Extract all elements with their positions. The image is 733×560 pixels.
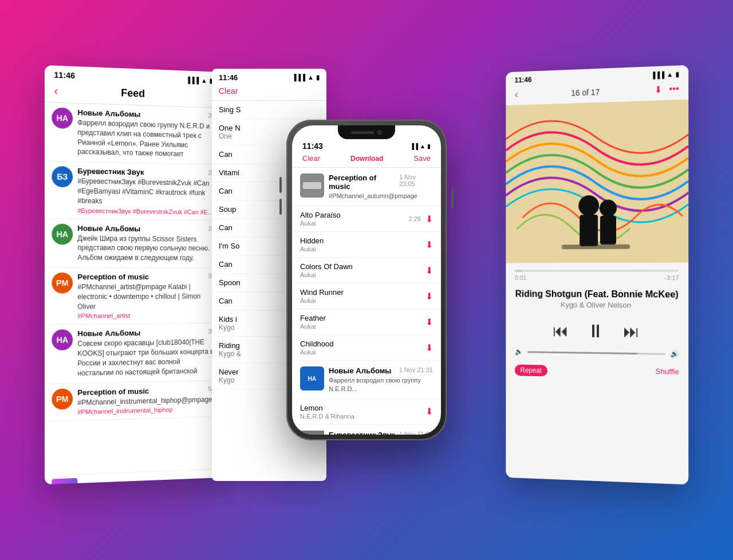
msg-date: 1 Nov 23:05 <box>399 173 433 191</box>
channel-message[interactable]: НА Новые Альбомы 1 Nov 21:31 Фаррелл воз… <box>292 361 441 399</box>
track-name: Lemon <box>300 404 425 412</box>
lemon-track-row[interactable]: Lemon N.E.R.D & Rihanna ⬇ <box>292 399 441 425</box>
feed-text: #БуревестникЗвук #BurevestnikZvuk #Can #… <box>77 176 215 207</box>
progress-fill <box>515 270 523 272</box>
feed-author: Новые Альбомы <box>77 108 140 119</box>
track-artist: Aukai <box>300 297 425 304</box>
download-icon[interactable]: ⬇ <box>655 84 662 96</box>
power-button[interactable] <box>451 188 454 209</box>
next-button[interactable]: ⏭ <box>623 322 639 341</box>
wifi-icon: ▲ <box>420 143 425 149</box>
album-art-svg <box>506 100 688 263</box>
volume-high-icon: 🔊 <box>670 350 679 358</box>
svg-rect-7 <box>303 182 321 189</box>
svg-rect-5 <box>562 244 630 250</box>
feed-author: Новые Альбомы <box>77 329 140 338</box>
song-artist: Kygo & Oliver Nelson <box>515 300 679 310</box>
bottom-song-title: Riding Shotgun (Feat. Bonni... <box>82 478 203 484</box>
msg-date: 1 Nov 21:31 <box>399 366 433 375</box>
feed-list: НА Новые Альбомы 2h Фаррелл возродил сво… <box>45 102 222 475</box>
track-artist: Aukai <box>300 271 425 278</box>
left-time: 11:46 <box>54 70 75 81</box>
left-status-icons: ▐▐▐ ▲ ▮ <box>186 76 212 85</box>
feed-author: Perception of music <box>77 273 149 281</box>
list-item[interactable]: НА Новые Альбомы 3h Совсем скоро красавц… <box>45 324 222 384</box>
feed-author: Буревестник Звук <box>77 167 144 176</box>
burevestnik-message[interactable]: CAN Буревестник Звук 1 Nov 21:02 <box>292 425 441 435</box>
track-name: Childhood <box>300 340 425 348</box>
time-elapsed: 0:01 <box>515 274 527 281</box>
signal-icon: ▐▐▐ <box>186 76 199 84</box>
track-artist: Aukai <box>300 349 425 356</box>
list-item[interactable]: Sing S <box>212 101 326 119</box>
download-track-icon[interactable]: ⬇ <box>425 406 433 417</box>
track-artist: N.E.R.D & Rihanna <box>300 413 425 420</box>
shuffle-button[interactable]: Shuffle <box>656 367 679 379</box>
download-track-icon[interactable]: ⬇ <box>425 317 433 328</box>
clear-button[interactable]: Clear <box>302 154 320 163</box>
track-name: Hidden <box>300 236 425 245</box>
download-track-icon[interactable]: ⬇ <box>425 239 433 250</box>
pause-button[interactable]: ⏸ <box>586 321 605 342</box>
song-title: Riding Shotgun (Feat. Bonnie McKee) <box>515 289 679 300</box>
download-track-icon[interactable]: ⬇ <box>425 342 433 353</box>
repeat-button[interactable]: Repeat <box>515 365 547 377</box>
song-name: Sing S <box>219 105 320 114</box>
save-button[interactable]: Save <box>413 154 431 163</box>
volume-slider[interactable] <box>527 351 665 355</box>
song-info: Riding Shotgun (Feat. Bonnie McKee) Kygo… <box>506 286 688 317</box>
progress-bar[interactable] <box>515 270 679 272</box>
volume-down-button[interactable] <box>279 199 282 215</box>
mid-status-icons: ▐▐▐ ▲ ▮ <box>292 74 320 81</box>
track-row[interactable]: Colors Of Dawn Aukai ⬇ <box>292 258 441 283</box>
progress-times: 0:01 -3:17 <box>515 274 679 281</box>
clear-button[interactable]: Clear <box>219 86 238 96</box>
more-icon[interactable]: ••• <box>669 84 679 95</box>
speaker <box>351 131 374 134</box>
download-button[interactable]: Download <box>350 155 383 163</box>
feed-author: Perception of music <box>77 387 149 397</box>
track-row[interactable]: Childhood Aukai ⬇ <box>292 335 441 361</box>
feed-text: Фаррелл возродил свою группу N.E.R.D и п… <box>77 118 215 160</box>
avatar: БЗ <box>52 166 73 187</box>
wifi-icon: ▲ <box>667 70 673 78</box>
back-icon[interactable]: ‹ <box>54 84 58 98</box>
back-icon[interactable]: ‹ <box>515 89 518 101</box>
list-item[interactable]: НА Новые Альбомы 2h Джейк Шира из группы… <box>45 219 222 268</box>
track-row[interactable]: Feather Aukai ⬇ <box>292 309 441 335</box>
feed-author: Новые Альбомы <box>77 224 140 233</box>
download-track-icon[interactable]: ⬇ <box>425 291 433 302</box>
track-row[interactable]: Alto Paraíso Aukai 2:26 ⬇ <box>292 206 441 232</box>
volume-up-button[interactable] <box>279 177 282 193</box>
svg-rect-4 <box>600 216 616 244</box>
signal-icon: ▐▐ <box>410 143 418 149</box>
notification-item[interactable]: Perception of music 1 Nov 23:05 #PMchann… <box>292 168 441 206</box>
list-item[interactable]: БЗ Буревестник Звук 2h #БуревестникЗвук … <box>45 161 222 220</box>
previous-button[interactable]: ⏮ <box>553 321 569 340</box>
playback-controls: ⏮ ⏸ ⏭ <box>506 316 688 348</box>
channel-avatar: НА <box>300 366 324 391</box>
track-duration: 2:26 <box>409 215 421 222</box>
phone-time: 11:43 <box>302 141 323 151</box>
track-row[interactable]: Wind Runner Aukai ⬇ <box>292 283 441 309</box>
download-track-icon[interactable]: ⬇ <box>425 265 433 276</box>
phone-action-bar: Clear Download Save <box>292 153 441 168</box>
track-row[interactable]: Hidden Aukai ⬇ <box>292 232 441 258</box>
track-artist: Aukai <box>300 323 425 330</box>
album-thumbnail <box>52 478 77 484</box>
list-item[interactable]: PM Perception of music 3h #PMchannel_art… <box>45 268 222 325</box>
avatar-image <box>300 173 324 198</box>
svg-rect-8 <box>300 431 324 435</box>
list-item[interactable]: НА Новые Альбомы 2h Фаррелл возродил сво… <box>45 102 222 165</box>
track-name: Wind Runner <box>300 288 425 297</box>
track-name: Alto Paraíso <box>300 211 409 219</box>
feed-hashtags: #БуревестникЗвук #BurevestnikZvuk #Can #… <box>77 207 215 215</box>
list-item[interactable]: PM Perception of music 5h #PMchannel_ins… <box>45 380 222 421</box>
channel-name: Новые Альбомы <box>329 366 391 375</box>
channel-name: Perception of music <box>329 173 399 191</box>
mid-status-bar: 11:46 ▐▐▐ ▲ ▮ <box>212 69 326 84</box>
signal-icon: ▐▐▐ <box>292 74 305 81</box>
feed-hashtags: #PMchannel_artist <box>77 311 215 320</box>
right-status-icons: ▐▐▐ ▲ ▮ <box>651 70 679 79</box>
download-track-icon[interactable]: ⬇ <box>425 214 433 224</box>
